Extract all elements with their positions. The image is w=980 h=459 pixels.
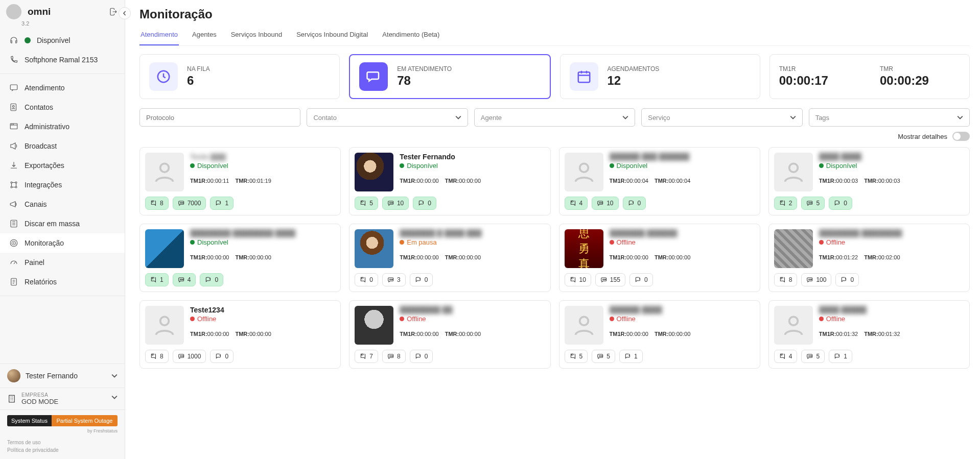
filter-protocolo[interactable] (139, 108, 300, 127)
metric-icon (415, 276, 422, 283)
sidebar-item-administrativo[interactable]: Administrativo (0, 117, 125, 136)
agent-card[interactable]: ████████ ██OfflineTM1R:00:00:00TMR:00:00… (349, 300, 550, 369)
metric-chip: 0 (629, 273, 653, 286)
svg-point-31 (180, 279, 180, 280)
svg-point-32 (181, 279, 182, 280)
agent-card[interactable]: Teste ▓▓▓DisponívelTM1R:00:00:11TMR:00:0… (139, 147, 341, 215)
agent-card[interactable]: Teste1234OfflineTM1R:00:00:00TMR:00:00:0… (139, 300, 341, 369)
user-avatar (7, 369, 20, 382)
metric-chip: 1 (829, 350, 852, 363)
agent-times: TM1R:00:00:04TMR:00:00:04 (610, 178, 755, 184)
svg-rect-8 (11, 220, 17, 227)
agent-status: Em pausa (400, 238, 545, 246)
status-dot (25, 37, 31, 43)
freshstatus-credit: by Freshstatus (0, 428, 125, 437)
tab-servi-os-inbound[interactable]: Serviços Inbound (230, 27, 283, 45)
filter-label: Agente (481, 114, 502, 122)
metric-icon (387, 276, 394, 283)
sidebar-item-discar-em-massa[interactable]: Discar em massa (0, 214, 125, 233)
sidebar-item-contatos[interactable]: Contatos (0, 98, 125, 117)
agent-name: ████████ ████████ ████ (190, 229, 335, 237)
sidebar-item-exportações[interactable]: Exportações (0, 156, 125, 175)
filter-protocolo-input[interactable] (146, 114, 294, 122)
sidebar-item-atendimento[interactable]: Atendimento (0, 78, 125, 98)
filter-tags[interactable]: Tags (809, 108, 970, 127)
softphone-label: Softphone Ramal 2153 (25, 56, 98, 64)
tab-atendimento-beta-[interactable]: Atendimento (Beta) (381, 27, 440, 45)
system-status-label: System Status (7, 415, 52, 426)
logout-button[interactable] (108, 7, 119, 17)
stat-serving[interactable]: EM ATENDIMENTO78 (349, 54, 550, 99)
agent-card[interactable]: ███████ █ ████ ███Em pausaTM1R:00:00:00T… (349, 224, 550, 292)
company-name: GOD MODE (21, 398, 58, 405)
svg-point-44 (180, 356, 180, 356)
agent-card[interactable]: ██████ ████OfflineTM1R:00:00:00TMR:00:00… (559, 300, 760, 369)
agent-times: TM1R:00:01:32TMR:00:01:32 (819, 331, 964, 337)
metric-chip: 0 (829, 197, 852, 210)
agent-name: Tester Fernando (400, 153, 545, 161)
chevron-left-icon (122, 11, 127, 16)
sidebar-item-painel[interactable]: Painel (0, 253, 125, 272)
stat-queue[interactable]: NA FILA6 (139, 54, 340, 99)
agent-name: Teste ▓▓▓ (190, 153, 335, 161)
agent-card[interactable]: ████ ████DisponívelTM1R:00:00:03TMR:00:0… (768, 147, 970, 215)
filter-label: Tags (815, 114, 829, 122)
svg-point-35 (391, 279, 391, 280)
chevron-down-icon (957, 114, 963, 120)
company-switcher[interactable]: EMPRESA GOD MODE (0, 388, 125, 410)
user-switcher[interactable]: Tester Fernando (0, 364, 125, 388)
metric-chip: 7000 (173, 197, 206, 210)
company-label: EMPRESA (21, 392, 58, 398)
agent-card[interactable]: ████████ ████████ ████DisponívelTM1R:00:… (139, 224, 341, 292)
filter-agente[interactable]: Agente (474, 108, 635, 127)
stat-value: 78 (397, 74, 452, 88)
agent-card[interactable]: ████ █████OfflineTM1R:00:01:32TMR:00:01:… (768, 300, 970, 369)
sidebar-item-label: Atendimento (25, 84, 65, 92)
svg-point-52 (600, 356, 601, 356)
svg-point-22 (392, 203, 392, 203)
metric-chip: 10 (565, 273, 591, 286)
tab-agentes[interactable]: Agentes (191, 27, 218, 45)
agent-status: Offline (400, 315, 545, 323)
contacts-icon (9, 103, 18, 112)
sidebar-item-integrações[interactable]: Integrações (0, 175, 125, 195)
agent-avatar (145, 306, 184, 345)
sidebar-item-label: Exportações (25, 161, 64, 170)
terms-link[interactable]: Termos de uso (7, 439, 118, 446)
sidebar-item-canais[interactable]: Canais (0, 195, 125, 214)
gauge-icon (9, 258, 18, 267)
agent-card[interactable]: 思勇真███████ ██████OfflineTM1R:00:00:00TMR… (559, 224, 760, 292)
agent-avatar (774, 229, 813, 268)
agent-card[interactable]: Tester FernandoDisponívelTM1R:00:00:00TM… (349, 147, 550, 215)
filter-servico[interactable]: Serviço (641, 108, 802, 127)
agent-card[interactable]: ██████ ███ ██████DisponívelTM1R:00:00:04… (559, 147, 760, 215)
metric-icon (779, 200, 786, 207)
details-toggle[interactable] (952, 132, 970, 141)
sidebar-collapse-button[interactable] (119, 7, 131, 19)
system-status-badge[interactable]: System Status Partial System Outage (7, 415, 118, 426)
sidebar-item-broadcast[interactable]: Broadcast (0, 136, 125, 156)
filter-contato[interactable]: Contato (307, 108, 468, 127)
agent-status: Disponível (190, 162, 335, 170)
metric-chip: 155 (595, 273, 625, 286)
softphone-item[interactable]: Softphone Ramal 2153 (0, 50, 125, 69)
chevron-down-icon (790, 114, 796, 120)
tab-servi-os-inbound-digital[interactable]: Serviços Inbound Digital (295, 27, 369, 45)
agent-metrics: 4100 (565, 197, 755, 210)
svg-point-2 (12, 106, 14, 108)
metric-chip: 1 (145, 273, 169, 286)
building-icon (7, 394, 16, 403)
svg-point-33 (182, 279, 183, 280)
metric-icon (779, 353, 786, 360)
metric-icon (150, 276, 157, 283)
agent-card[interactable]: ████████ ████████OfflineTM1R:00:01:22TMR… (768, 224, 970, 292)
stat-label: AGENDAMENTOS (608, 65, 660, 73)
agent-status: Offline (610, 315, 755, 323)
broadcast-icon (9, 141, 18, 151)
tab-atendimento[interactable]: Atendimento (139, 27, 179, 45)
stat-scheduled[interactable]: AGENDAMENTOS12 (560, 54, 760, 99)
sidebar-item-relatórios[interactable]: Relatórios (0, 272, 125, 292)
privacy-link[interactable]: Política de privacidade (7, 446, 118, 454)
status-item[interactable]: Disponível (0, 31, 125, 50)
sidebar-item-monitoração[interactable]: Monitoração (0, 233, 125, 253)
